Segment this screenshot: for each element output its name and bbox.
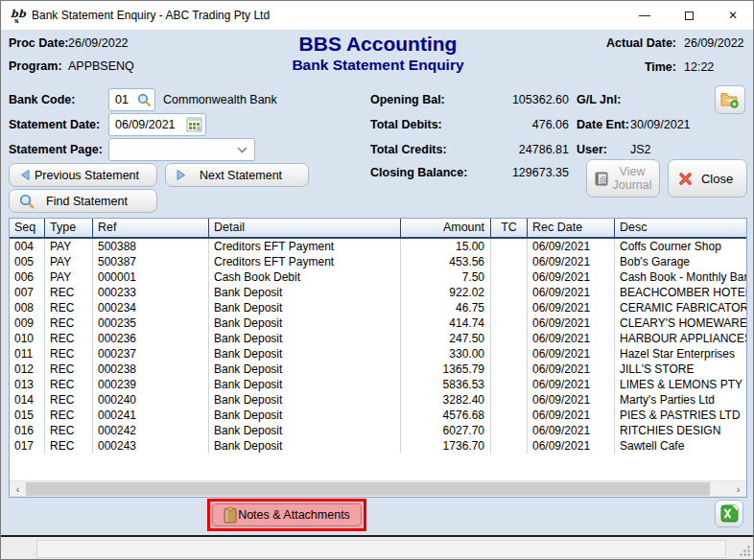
- closing-balance-value: 129673.35: [442, 161, 569, 184]
- cell-tc: [491, 300, 528, 315]
- cell-detail: Bank Deposit: [209, 362, 401, 377]
- cell-seq: 005: [10, 254, 45, 269]
- next-arrow-icon: [166, 169, 187, 181]
- table-row[interactable]: 012 REC 000238 Bank Deposit 1365.79 06/0…: [10, 362, 746, 377]
- table-row[interactable]: 014 REC 000240 Bank Deposit 3282.40 06/0…: [10, 392, 746, 408]
- time-label: Time:: [645, 56, 676, 79]
- cell-ref: 000235: [93, 315, 209, 331]
- table-row[interactable]: 005 PAY 500387 Creditors EFT Payment 453…: [10, 254, 746, 269]
- cell-desc: JILL'S STORE: [615, 362, 746, 377]
- cell-seq: 011: [10, 346, 45, 362]
- opening-bal-value: 105362.60: [442, 88, 569, 111]
- close-button[interactable]: Close: [668, 159, 747, 198]
- actual-date-value: 26/09/2022: [684, 32, 744, 55]
- cell-rec_date: 06/09/2021: [528, 300, 615, 315]
- opening-bal-label: Opening Bal:: [370, 88, 445, 111]
- window-close-button[interactable]: ✕: [711, 1, 754, 30]
- col-header-ref[interactable]: Ref: [93, 219, 209, 237]
- cell-detail: Bank Deposit: [209, 392, 401, 408]
- svg-text:b: b: [18, 8, 27, 20]
- col-header-amount[interactable]: Amount: [401, 219, 491, 237]
- cell-amount: 1365.79: [401, 362, 491, 377]
- cell-ref: 500388: [93, 239, 209, 254]
- next-statement-button[interactable]: Next Statement: [165, 163, 309, 187]
- col-header-desc[interactable]: Desc: [615, 219, 746, 237]
- app-window: b b s Bank Statement Enquiry - ABC Tradi…: [0, 0, 754, 560]
- cell-type: REC: [45, 331, 93, 346]
- minimize-button[interactable]: —: [623, 1, 667, 30]
- cell-amount: 414.74: [401, 315, 491, 331]
- cell-type: REC: [45, 438, 93, 454]
- cell-amount: 7.50: [401, 269, 491, 285]
- maximize-button[interactable]: [667, 1, 711, 30]
- cell-tc: [491, 285, 528, 300]
- notes-attachments-button[interactable]: Notes & Attachments: [212, 503, 362, 526]
- col-header-seq[interactable]: Seq: [10, 219, 45, 237]
- status-panel: [36, 540, 726, 558]
- scroll-left-icon[interactable]: ‹: [10, 481, 26, 497]
- cell-ref: 000001: [93, 269, 209, 285]
- bank-code-field[interactable]: 01: [108, 88, 155, 111]
- statement-page-select[interactable]: [108, 138, 255, 161]
- cell-rec_date: 06/09/2021: [528, 331, 615, 346]
- cell-amount: 453.56: [401, 254, 491, 269]
- cell-desc: PIES & PASTRIES LTD: [615, 408, 746, 423]
- folder-add-icon: [720, 91, 740, 108]
- previous-statement-button[interactable]: Previous Statement: [9, 163, 157, 187]
- cell-desc: LIMES & LEMONS PTY LTD: [615, 377, 746, 392]
- cell-amount: 6027.70: [401, 423, 491, 438]
- screen-title: Bank Statement Enquiry: [1, 57, 754, 74]
- table-row[interactable]: 009 REC 000235 Bank Deposit 414.74 06/09…: [10, 315, 746, 331]
- col-header-tc[interactable]: TC: [491, 219, 528, 237]
- find-statement-button[interactable]: Find Statement: [9, 189, 157, 213]
- cell-desc: Marty's Parties Ltd: [615, 392, 746, 408]
- cell-desc: CLEARY'S HOMEWARES: [615, 315, 746, 331]
- table-row[interactable]: 006 PAY 000001 Cash Book Debit 7.50 06/0…: [10, 269, 746, 285]
- export-excel-button[interactable]: [715, 500, 743, 527]
- date-ent-label: Date Ent:: [577, 113, 629, 136]
- bank-code-lookup-icon[interactable]: [137, 93, 154, 107]
- resize-grip-icon[interactable]: [739, 545, 751, 557]
- statement-date-value: 06/09/2021: [109, 114, 186, 135]
- col-header-rec-date[interactable]: Rec Date: [528, 219, 615, 237]
- table-row[interactable]: 004 PAY 500388 Creditors EFT Payment 15.…: [10, 239, 746, 254]
- cell-ref: 500387: [93, 254, 209, 269]
- bank-code-value: 01: [109, 89, 137, 110]
- cell-seq: 017: [10, 438, 45, 454]
- cell-seq: 010: [10, 331, 45, 346]
- view-journal-button[interactable]: @ View Journal: [586, 159, 660, 198]
- cell-seq: 012: [10, 362, 45, 377]
- total-credits-value: 24786.81: [442, 138, 569, 161]
- col-header-type[interactable]: Type: [45, 219, 93, 237]
- scrollbar-thumb[interactable]: [26, 482, 710, 496]
- cell-tc: [491, 254, 528, 269]
- table-row[interactable]: 013 REC 000239 Bank Deposit 5836.53 06/0…: [10, 377, 746, 392]
- cell-ref: 000241: [93, 408, 209, 423]
- cell-desc: Coffs Courner Shop: [615, 239, 746, 254]
- cell-desc: CERAMIC FABRICATORS: [615, 300, 746, 315]
- table-row[interactable]: 010 REC 000236 Bank Deposit 247.50 06/09…: [10, 331, 746, 346]
- cell-seq: 006: [10, 269, 45, 285]
- minimize-icon: —: [639, 9, 650, 22]
- scroll-right-icon[interactable]: ›: [730, 481, 746, 497]
- previous-arrow-icon: [10, 169, 31, 181]
- table-row[interactable]: 008 REC 000234 Bank Deposit 46.75 06/09/…: [10, 300, 746, 315]
- cell-desc: Sawtell Cafe: [615, 438, 746, 454]
- col-header-detail[interactable]: Detail: [209, 219, 401, 237]
- table-row[interactable]: 015 REC 000241 Bank Deposit 4576.68 06/0…: [10, 408, 746, 423]
- table-row[interactable]: 016 REC 000242 Bank Deposit 6027.70 06/0…: [10, 423, 746, 438]
- table-row[interactable]: 007 REC 000233 Bank Deposit 922.02 06/09…: [10, 285, 746, 300]
- cell-detail: Bank Deposit: [209, 331, 401, 346]
- cell-rec_date: 06/09/2021: [528, 377, 615, 392]
- user-label: User:: [577, 138, 607, 161]
- table-row[interactable]: 011 REC 000237 Bank Deposit 330.00 06/09…: [10, 346, 746, 362]
- table-row[interactable]: 017 REC 000243 Bank Deposit 1736.70 06/0…: [10, 438, 746, 454]
- horizontal-scrollbar[interactable]: ‹ ›: [10, 480, 746, 497]
- cell-detail: Bank Deposit: [209, 408, 401, 423]
- close-x-icon: [669, 171, 694, 187]
- statement-date-field[interactable]: 06/09/2021: [108, 113, 206, 136]
- calendar-icon[interactable]: [186, 117, 205, 133]
- chevron-down-icon: [237, 147, 254, 153]
- cell-rec_date: 06/09/2021: [528, 362, 615, 377]
- gl-jnl-attach-button[interactable]: [715, 85, 745, 114]
